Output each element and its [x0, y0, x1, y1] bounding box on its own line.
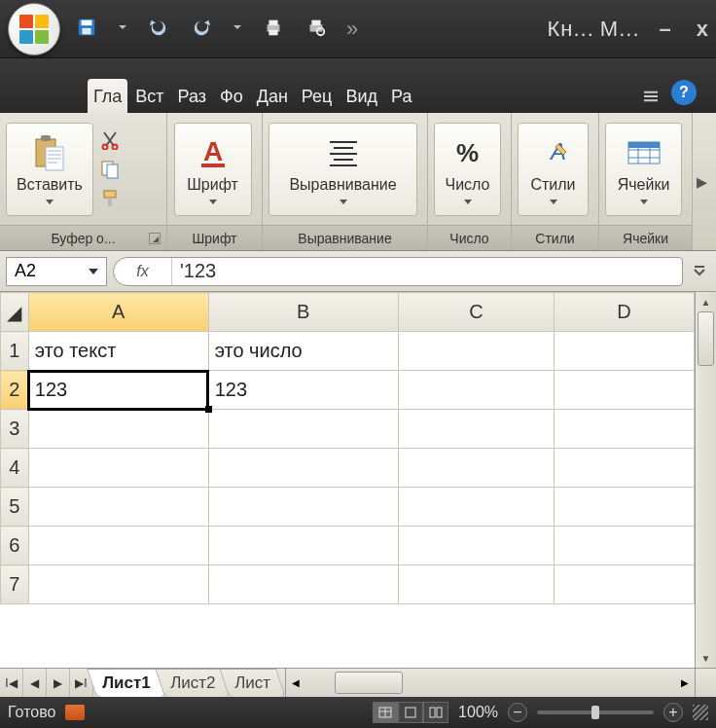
tab-pagelayout[interactable]: Раз	[172, 79, 212, 113]
macro-record-icon[interactable]	[65, 705, 85, 720]
cell[interactable]	[398, 410, 554, 449]
quick-print-icon[interactable]	[263, 17, 284, 42]
ribbon-menu-icon[interactable]	[644, 90, 658, 103]
scroll-right-icon[interactable]: ▶	[675, 669, 695, 697]
cell[interactable]	[28, 488, 208, 527]
cell[interactable]	[555, 488, 695, 527]
copy-icon[interactable]	[99, 159, 121, 180]
number-button[interactable]: % Число	[434, 123, 501, 216]
zoom-level[interactable]: 100%	[458, 704, 498, 721]
tab-home[interactable]: Гла	[88, 79, 127, 113]
zoom-out-icon[interactable]: −	[508, 703, 527, 722]
row-header[interactable]: 4	[1, 449, 29, 488]
help-icon[interactable]: ?	[671, 80, 697, 105]
vertical-scrollbar[interactable]: ▲ ▼	[695, 292, 716, 668]
row-header[interactable]: 7	[1, 565, 29, 604]
cell[interactable]	[28, 527, 208, 565]
cell[interactable]	[555, 527, 695, 565]
print-preview-icon[interactable]	[305, 17, 327, 42]
cut-icon[interactable]	[99, 129, 121, 151]
save-icon[interactable]	[76, 17, 97, 42]
scroll-up-icon[interactable]: ▲	[696, 292, 716, 311]
page-layout-view-icon[interactable]	[398, 702, 423, 723]
paste-button[interactable]: Вставить	[6, 123, 93, 216]
cell[interactable]	[398, 527, 554, 565]
qat-overflow-icon[interactable]: »	[346, 17, 358, 42]
cell[interactable]	[398, 488, 554, 527]
styles-button[interactable]: A Стили	[518, 123, 589, 216]
cell[interactable]	[555, 449, 695, 488]
qat-dropdown-icon[interactable]	[119, 25, 126, 33]
sheet-tab[interactable]: Лист1	[87, 669, 165, 697]
row-header[interactable]: 3	[1, 410, 29, 449]
cell[interactable]	[398, 449, 554, 488]
cell[interactable]	[555, 332, 695, 371]
tab-review[interactable]: Рец	[296, 79, 339, 113]
minimize-button[interactable]: –	[660, 17, 671, 42]
cell[interactable]	[555, 410, 695, 449]
row-header[interactable]: 2	[1, 371, 29, 410]
column-header[interactable]: B	[208, 293, 398, 332]
row-header[interactable]: 6	[1, 527, 29, 565]
page-break-view-icon[interactable]	[423, 702, 448, 723]
cell[interactable]: это текст	[28, 332, 208, 371]
tab-view[interactable]: Вид	[340, 79, 383, 113]
cell[interactable]	[208, 488, 398, 527]
horizontal-scrollbar[interactable]: ◀ ▶	[285, 669, 695, 697]
redo-icon[interactable]	[191, 17, 212, 42]
cell[interactable]	[555, 565, 695, 604]
scroll-left-icon[interactable]: ◀	[286, 669, 305, 697]
qat-dropdown-icon[interactable]	[233, 25, 241, 33]
cell[interactable]	[208, 410, 398, 449]
fx-icon[interactable]: fx	[114, 258, 172, 285]
office-button[interactable]	[8, 3, 60, 55]
close-button[interactable]: x	[697, 17, 708, 42]
cell[interactable]	[208, 527, 398, 565]
cell[interactable]	[398, 371, 554, 410]
ribbon-overflow-icon[interactable]: ▸	[693, 113, 710, 250]
scroll-down-icon[interactable]: ▼	[696, 648, 716, 668]
resize-grip-icon[interactable]	[693, 705, 708, 720]
cell-selected[interactable]: 123	[28, 371, 208, 410]
undo-icon[interactable]	[148, 17, 169, 42]
cell[interactable]	[208, 565, 398, 604]
tab-developer[interactable]: Ра	[385, 79, 417, 113]
tab-insert[interactable]: Вст	[129, 79, 169, 113]
tab-formulas[interactable]: Фо	[214, 79, 249, 113]
first-sheet-icon[interactable]: I◀	[0, 669, 23, 697]
name-box-dropdown-icon[interactable]	[89, 269, 98, 274]
cell[interactable]	[398, 332, 554, 371]
row-header[interactable]: 5	[1, 488, 29, 527]
cell[interactable]	[28, 565, 208, 604]
row-header[interactable]: 1	[1, 332, 29, 371]
scrollbar-thumb[interactable]	[698, 311, 714, 366]
cell[interactable]	[398, 565, 554, 604]
cell[interactable]	[28, 410, 208, 449]
cell[interactable]	[555, 371, 695, 410]
tab-data[interactable]: Дан	[251, 79, 294, 113]
cell[interactable]	[208, 449, 398, 488]
normal-view-icon[interactable]	[373, 702, 398, 723]
dialog-launcher-icon[interactable]	[149, 233, 161, 244]
zoom-slider[interactable]	[537, 710, 654, 714]
column-header[interactable]: D	[555, 293, 695, 332]
cell[interactable]: 123	[208, 371, 398, 410]
alignment-button[interactable]: Выравнивание	[268, 123, 417, 216]
sheet-tab[interactable]: Лист2	[155, 669, 231, 697]
column-header[interactable]: A	[28, 293, 208, 332]
next-sheet-icon[interactable]: ▶	[47, 669, 70, 697]
select-all-corner[interactable]: ◢	[1, 293, 29, 332]
cells-button[interactable]: Ячейки	[605, 123, 682, 216]
format-painter-icon[interactable]	[99, 188, 121, 209]
name-box[interactable]: A2	[6, 257, 107, 286]
worksheet-grid[interactable]: ◢ A B C D 1 это текст это число 2 123 12…	[0, 292, 695, 668]
column-header[interactable]: C	[398, 293, 554, 332]
sheet-tab[interactable]: Лист	[219, 669, 285, 697]
zoom-in-icon[interactable]: +	[663, 703, 683, 722]
expand-formula-bar-icon[interactable]	[689, 261, 710, 282]
font-button[interactable]: A Шрифт	[174, 123, 252, 216]
prev-sheet-icon[interactable]: ◀	[23, 669, 47, 697]
cell[interactable]: это число	[208, 332, 398, 371]
formula-input[interactable]: fx '123	[113, 257, 683, 286]
scrollbar-thumb[interactable]	[335, 672, 403, 694]
